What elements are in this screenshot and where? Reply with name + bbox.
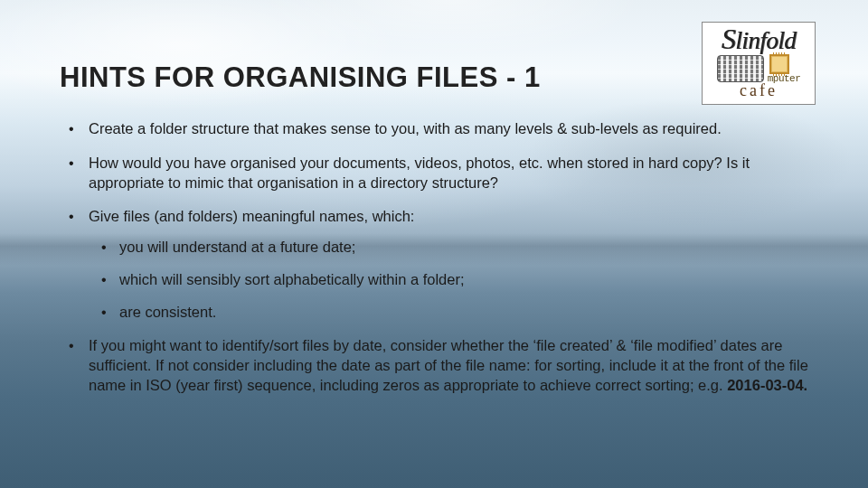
sub-bullet-text: you will understand at a future date; [119,239,355,255]
bullet-text: Give files (and folders) meaningful name… [89,208,414,224]
sub-bullet-item: you will understand at a future date; [89,238,810,258]
slide-title: HINTS FOR ORGANISING FILES - 1 [60,61,810,94]
sub-bullet-list: you will understand at a future date; wh… [89,227,810,322]
bullet-text-before: If you might want to identify/sort files… [89,337,808,393]
sub-bullet-item: are consistent. [89,303,810,323]
bullet-item: If you might want to identify/sort files… [60,336,810,395]
sub-bullet-item: which will sensibly sort alphabetically … [89,270,810,290]
bullet-item: Give files (and folders) meaningful name… [60,207,810,322]
slide: Slinfold mputer cafe HINTS FOR ORGANISIN… [0,0,868,488]
bullet-list: Create a folder structure that makes sen… [60,119,810,396]
bullet-text: Create a folder structure that makes sen… [89,120,722,136]
date-example: 2016-03-04. [727,377,807,393]
sub-bullet-text: are consistent. [119,304,216,320]
slide-body: Create a folder structure that makes sen… [60,119,810,396]
bullet-item: How would you have organised your docume… [60,154,810,193]
slide-content: HINTS FOR ORGANISING FILES - 1 Create a … [0,0,868,396]
bullet-text: How would you have organised your docume… [89,155,750,191]
bullet-item: Create a folder structure that makes sen… [60,119,810,139]
sub-bullet-text: which will sensibly sort alphabetically … [119,271,465,287]
